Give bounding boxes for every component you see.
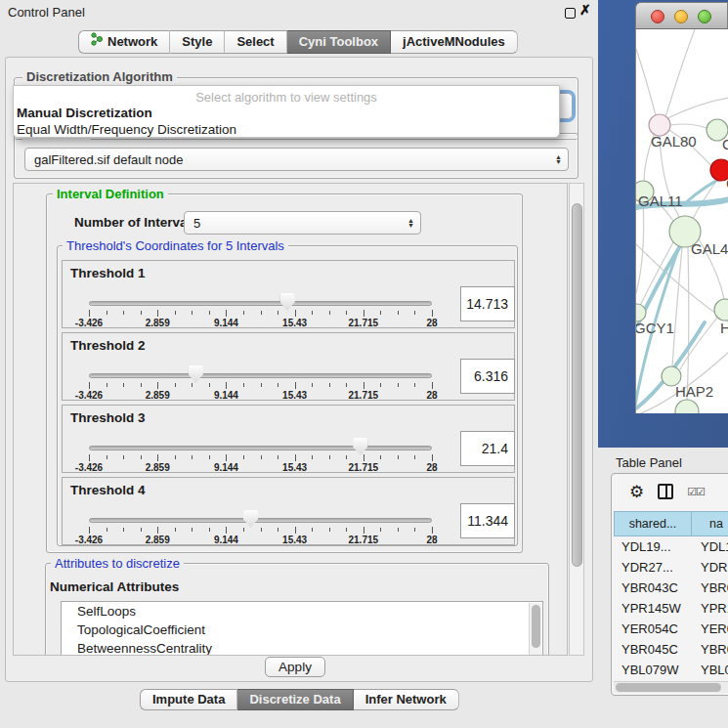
tab-cyni-toolbox[interactable]: Cyni Toolbox — [287, 30, 391, 54]
tab-discretize-data[interactable]: Discretize Data — [237, 689, 353, 710]
slider-track[interactable] — [89, 446, 432, 450]
table-cell[interactable]: YDL19... — [614, 536, 693, 557]
threshold-value-field[interactable]: 11.344 — [460, 503, 515, 538]
slider-track[interactable] — [89, 373, 432, 378]
network-edge — [636, 49, 656, 115]
algorithm-group-label: Discretization Algorithm — [22, 70, 177, 83]
tab-infer-network[interactable]: Infer Network — [354, 689, 459, 710]
slider-track[interactable] — [89, 301, 432, 306]
table-row[interactable]: YDL19...YDL1 — [614, 536, 728, 557]
network-node[interactable] — [714, 299, 728, 321]
table-cell[interactable]: YPR1 — [693, 598, 728, 619]
table-cell[interactable]: YBL079W — [614, 660, 693, 680]
number-of-intervals-combobox[interactable]: 5 ▲▼ — [184, 211, 421, 235]
tab-label: Discretize Data — [249, 690, 340, 709]
column-layout-icon[interactable] — [658, 484, 673, 499]
table-cell[interactable]: YBR0 — [693, 578, 728, 598]
network-node-label: HAP2 — [675, 383, 713, 400]
table-row[interactable]: YBR043CYBR0 — [614, 578, 728, 598]
column-header-shared-name[interactable]: shared... — [614, 511, 692, 536]
network-window-titlebar[interactable] — [635, 2, 728, 29]
thresholds-groupbox: Threshold's Coordinates for 5 Intervals … — [57, 245, 518, 546]
table-cell[interactable]: YBL0 — [693, 660, 728, 680]
table-row[interactable]: YER054CYER0 — [614, 619, 728, 639]
scrollbar-thumb[interactable] — [616, 683, 721, 692]
numerical-attributes-list[interactable]: SelfLoopsTopologicalCoefficientBetweenne… — [61, 601, 543, 656]
table-row[interactable]: YDR27...YDR2 — [614, 557, 728, 578]
slider-tick — [89, 527, 90, 534]
minimize-traffic-light-icon[interactable] — [674, 10, 688, 23]
slider-thumb[interactable] — [280, 293, 295, 311]
column-header-name[interactable]: na — [692, 511, 728, 536]
threshold-value-field[interactable]: 6.316 — [460, 359, 515, 394]
threshold-value-field[interactable]: 14.713 — [460, 286, 515, 321]
table-cell[interactable]: YER0 — [693, 619, 728, 639]
network-canvas[interactable]: GAL80GACGAL11GAL4GCY1HHAP2 — [635, 29, 728, 413]
tab-label: Cyni Toolbox — [299, 31, 378, 53]
attribute-item[interactable]: BetweennessCentrality — [62, 639, 542, 656]
attributes-scrollbar[interactable] — [529, 603, 541, 656]
slider-thumb[interactable] — [189, 365, 203, 383]
table-cell[interactable]: YBR045C — [614, 639, 693, 660]
table-cell[interactable]: YPR145W — [614, 598, 693, 619]
table-row[interactable]: YBL079WYBL0 — [614, 660, 728, 680]
table-data-combobox[interactable]: galFiltered.sif default node ▲▼ — [24, 148, 569, 171]
slider-tick — [123, 528, 124, 532]
slider-thumb[interactable] — [353, 438, 367, 455]
slider-tick — [141, 528, 142, 532]
attribute-item[interactable]: SelfLoops — [62, 602, 542, 621]
slider-tick-label: 2.859 — [146, 318, 170, 328]
slider-tick — [107, 528, 107, 532]
table-cell[interactable]: YDL1 — [693, 536, 728, 557]
slider-tick — [261, 311, 262, 315]
settings-vertical-scrollbar[interactable] — [569, 183, 584, 656]
slider-tick — [209, 528, 210, 532]
slider-tick — [346, 455, 347, 459]
network-node[interactable] — [675, 400, 699, 413]
threshold-label: Threshold 1 — [70, 266, 146, 280]
attribute-item[interactable]: TopologicalCoefficient — [62, 621, 542, 639]
table-cell[interactable]: YER054C — [614, 619, 693, 639]
slider-tick — [329, 528, 330, 532]
scrollbar-thumb[interactable] — [572, 203, 582, 567]
close-traffic-light-icon[interactable] — [651, 10, 664, 23]
table-cell[interactable]: YBR043C — [614, 578, 693, 598]
table-cell[interactable]: YDR27... — [614, 557, 693, 578]
checked-columns-icon[interactable]: ☑☑ — [687, 486, 705, 498]
tab-jactivemnodules[interactable]: jActiveMNodules — [391, 30, 518, 54]
tab-label: Infer Network — [365, 690, 447, 709]
tab-style[interactable]: Style — [170, 30, 225, 54]
table-row[interactable]: YBR045CYBR0 — [614, 639, 728, 660]
tab-network[interactable]: Network — [78, 30, 170, 54]
float-window-icon[interactable] — [565, 8, 576, 19]
slider-track[interactable] — [89, 518, 432, 523]
dropdown-option-equal-width[interactable]: Equal Width/Frequency Discretization — [17, 122, 236, 137]
table-cell[interactable]: YBR0 — [693, 639, 728, 660]
slider-tick — [312, 528, 313, 532]
gear-icon[interactable]: ⚙ — [629, 482, 644, 502]
slider-tick — [89, 310, 90, 317]
slider-tick — [123, 455, 124, 459]
dropdown-option-manual[interactable]: Manual Discretization — [17, 106, 152, 120]
network-icon — [91, 31, 103, 53]
slider-tick — [261, 528, 262, 532]
slider-tick-label: 9.144 — [214, 535, 238, 545]
tab-select[interactable]: Select — [225, 30, 286, 54]
slider-tick — [107, 311, 107, 315]
threshold-value-field[interactable]: 21.4 — [460, 431, 515, 466]
close-icon[interactable]: ✗ — [579, 2, 591, 18]
apply-button[interactable]: Apply — [265, 657, 325, 677]
scrollbar-thumb[interactable] — [532, 605, 540, 648]
slider-thumb[interactable] — [243, 510, 258, 528]
slider-tick — [278, 383, 278, 387]
table-row[interactable]: YPR145WYPR1 — [614, 598, 728, 619]
zoom-traffic-light-icon[interactable] — [698, 10, 711, 23]
table-horizontal-scrollbar[interactable] — [614, 681, 728, 693]
tab-impute-data[interactable]: Impute Data — [140, 689, 237, 710]
slider-tick — [141, 383, 142, 387]
slider-tick — [380, 383, 381, 387]
attributes-groupbox: Attributes to discretize Numerical Attri… — [45, 563, 549, 656]
slider-tick — [243, 455, 244, 459]
table-cell[interactable]: YDR2 — [693, 557, 728, 578]
slider-tick — [380, 311, 381, 315]
